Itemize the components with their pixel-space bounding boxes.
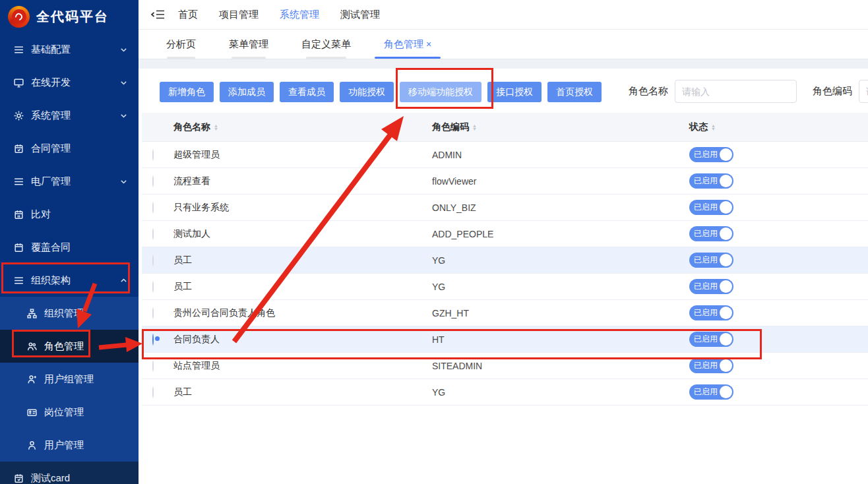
- status-toggle[interactable]: 已启用: [689, 147, 733, 162]
- topnav-item-0[interactable]: 首页: [178, 9, 198, 21]
- sidebar-item-2[interactable]: 系统管理: [0, 99, 139, 132]
- status-toggle[interactable]: 已启用: [689, 173, 733, 189]
- row-radio[interactable]: [152, 307, 154, 319]
- sidebar-item-7[interactable]: 组织架构: [0, 264, 139, 297]
- status-label: 已启用: [694, 175, 718, 187]
- topnav-item-2[interactable]: 系统管理: [280, 9, 319, 21]
- sidebar-subitem-0[interactable]: 组织管理: [0, 297, 139, 330]
- role-name-cell: 贵州公司合同负责人角色: [173, 307, 432, 319]
- sort-caret-icon[interactable]: ▲▼: [214, 124, 218, 131]
- toolbar-button-1[interactable]: 添加成员: [220, 82, 274, 102]
- column-header-status[interactable]: 状态▲▼: [689, 121, 868, 133]
- coverage-icon: [13, 242, 24, 253]
- row-radio[interactable]: [152, 255, 154, 266]
- row-radio[interactable]: [152, 334, 154, 346]
- row-radio[interactable]: [152, 202, 154, 214]
- status-label: 已启用: [694, 228, 718, 239]
- toolbar-button-6[interactable]: 首页授权: [547, 82, 602, 102]
- sidebar-subitem-1[interactable]: 角色管理: [0, 330, 139, 363]
- column-header-role-code[interactable]: 角色编码▲▼: [432, 121, 689, 133]
- tab-2[interactable]: 自定义菜单: [292, 30, 360, 59]
- filter-input-0[interactable]: [675, 80, 797, 103]
- table-row[interactable]: 合同负责人HT已启用: [142, 326, 868, 353]
- menu-icon: [13, 44, 24, 55]
- table-row[interactable]: 贵州公司合同负责人角色GZH_HT已启用: [142, 300, 868, 326]
- filter-label-1: 角色编码: [813, 85, 852, 98]
- status-toggle[interactable]: 已启用: [689, 305, 733, 320]
- sidebar-subitem-4[interactable]: 用户管理: [0, 429, 139, 462]
- table-row[interactable]: 超级管理员ADMIN已启用: [142, 142, 868, 168]
- column-header-role-name[interactable]: 角色名称▲▼: [173, 121, 432, 133]
- toolbar-button-2[interactable]: 查看成员: [280, 82, 334, 102]
- status-label: 已启用: [694, 281, 718, 292]
- status-label: 已启用: [694, 334, 718, 345]
- logo-inner-circle: [12, 9, 26, 24]
- table-row[interactable]: 员工YG已启用: [142, 379, 868, 406]
- user-group-icon: [26, 374, 38, 385]
- content-panel: 新增角色添加成员查看成员功能授权移动端功能授权接口授权首页授权 角色名称角色编码…: [139, 69, 868, 484]
- table-row[interactable]: 员工YG已启用: [142, 247, 868, 274]
- status-label: 已启用: [694, 255, 718, 266]
- sidebar-item-0[interactable]: 基础配置: [0, 33, 139, 66]
- status-toggle[interactable]: 已启用: [689, 384, 733, 400]
- table-row[interactable]: 测试加人ADD_PEOPLE已启用: [142, 221, 868, 247]
- status-toggle[interactable]: 已启用: [689, 358, 733, 373]
- sidebar-item-3[interactable]: 合同管理: [0, 132, 139, 165]
- row-radio[interactable]: [152, 228, 154, 240]
- row-radio[interactable]: [152, 386, 154, 398]
- toolbar-button-3[interactable]: 功能授权: [340, 82, 394, 102]
- role-name-cell: 站点管理员: [173, 360, 432, 372]
- toggle-knob-icon: [720, 307, 732, 319]
- row-radio[interactable]: [152, 360, 154, 372]
- table-row[interactable]: 员工YG已启用: [142, 274, 868, 300]
- tab-3[interactable]: 角色管理×: [375, 30, 441, 59]
- column-label: 角色编码: [432, 121, 469, 132]
- table-body: 超级管理员ADMIN已启用流程查看flowViewer已启用只有业务系统ONLY…: [142, 142, 868, 406]
- status-toggle[interactable]: 已启用: [689, 226, 733, 241]
- topnav-item-1[interactable]: 项目管理: [219, 9, 259, 21]
- menu-icon: [13, 176, 24, 187]
- status-toggle[interactable]: 已启用: [689, 200, 733, 215]
- row-radio[interactable]: [152, 281, 154, 293]
- toolbar-button-4[interactable]: 移动端功能授权: [400, 82, 481, 102]
- toggle-knob-icon: [720, 386, 732, 398]
- tab-0[interactable]: 分析页: [157, 30, 205, 59]
- sidebar-subitem-3[interactable]: 岗位管理: [0, 396, 139, 429]
- toggle-knob-icon: [720, 333, 732, 346]
- role-code-cell: YG: [432, 255, 689, 266]
- table-row[interactable]: 站点管理员SITEADMIN已启用: [142, 353, 868, 379]
- sidebar-item-5[interactable]: 比对: [0, 198, 139, 231]
- collapse-sidebar-icon[interactable]: [150, 9, 165, 20]
- column-label: 角色名称: [173, 121, 210, 132]
- role-code-cell: ADMIN: [432, 150, 689, 160]
- status-toggle[interactable]: 已启用: [689, 253, 733, 268]
- search-filters: 角色名称角色编码: [629, 80, 868, 103]
- sidebar-item-test-card[interactable]: 测试card: [0, 462, 139, 484]
- table-row[interactable]: 流程查看flowViewer已启用: [142, 168, 868, 195]
- role-code-cell: HT: [432, 334, 689, 345]
- sort-caret-icon[interactable]: ▲▼: [472, 124, 477, 131]
- sidebar-item-6[interactable]: 覆盖合同: [0, 231, 139, 264]
- status-toggle[interactable]: 已启用: [689, 332, 733, 347]
- role-name-cell: 测试加人: [173, 228, 432, 240]
- contract-icon: [13, 143, 24, 154]
- toggle-knob-icon: [720, 148, 732, 161]
- role-name-cell: 员工: [173, 386, 432, 398]
- status-toggle[interactable]: 已启用: [689, 279, 733, 294]
- close-icon[interactable]: ×: [426, 39, 431, 49]
- row-radio[interactable]: [152, 149, 154, 161]
- role-name-cell: 合同负责人: [173, 334, 432, 346]
- sidebar-subitem-2[interactable]: 用户组管理: [0, 363, 139, 396]
- tab-label: 自定义菜单: [301, 38, 351, 51]
- sort-caret-icon[interactable]: ▲▼: [711, 124, 716, 131]
- sidebar-item-1[interactable]: 在线开发: [0, 66, 139, 99]
- sidebar-item-4[interactable]: 电厂管理: [0, 165, 139, 198]
- tab-label: 分析页: [166, 38, 196, 51]
- toolbar-button-0[interactable]: 新增角色: [160, 82, 214, 102]
- topnav-item-3[interactable]: 测试管理: [340, 9, 380, 21]
- row-radio[interactable]: [152, 175, 154, 187]
- tab-1[interactable]: 菜单管理: [220, 30, 278, 59]
- toolbar-button-5[interactable]: 接口授权: [487, 82, 542, 102]
- table-row[interactable]: 只有业务系统ONLY_BIZ已启用: [142, 195, 868, 221]
- filter-input-1[interactable]: [859, 80, 868, 103]
